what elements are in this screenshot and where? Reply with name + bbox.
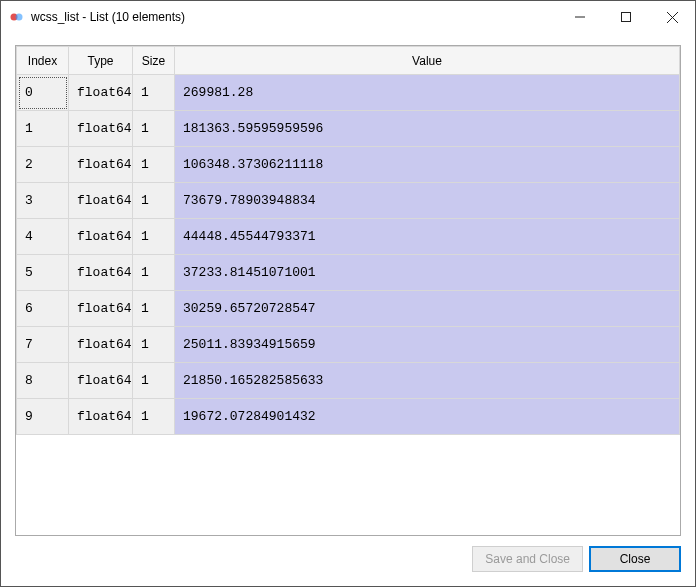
cell-type[interactable]: float64 (69, 399, 133, 435)
svg-rect-3 (622, 13, 631, 22)
cell-index[interactable]: 5 (17, 255, 69, 291)
cell-value[interactable]: 30259.65720728547 (175, 291, 680, 327)
cell-size[interactable]: 1 (133, 183, 175, 219)
app-icon (9, 9, 25, 25)
table-row[interactable]: 6float64130259.65720728547 (17, 291, 680, 327)
titlebar[interactable]: wcss_list - List (10 elements) (1, 1, 695, 33)
cell-size[interactable]: 1 (133, 363, 175, 399)
cell-value[interactable]: 19672.07284901432 (175, 399, 680, 435)
minimize-icon (575, 12, 585, 22)
table-row[interactable]: 4float64144448.45544793371 (17, 219, 680, 255)
cell-size[interactable]: 1 (133, 219, 175, 255)
cell-index[interactable]: 0 (17, 75, 69, 111)
cell-index[interactable]: 9 (17, 399, 69, 435)
cell-type[interactable]: float64 (69, 363, 133, 399)
cell-index[interactable]: 2 (17, 147, 69, 183)
cell-type[interactable]: float64 (69, 111, 133, 147)
table-row[interactable]: 8float64121850.165282585633 (17, 363, 680, 399)
cell-value[interactable]: 21850.165282585633 (175, 363, 680, 399)
maximize-button[interactable] (603, 1, 649, 33)
cell-size[interactable]: 1 (133, 147, 175, 183)
cell-index[interactable]: 7 (17, 327, 69, 363)
close-icon (667, 12, 678, 23)
cell-index[interactable]: 4 (17, 219, 69, 255)
window-frame: wcss_list - List (10 elements) Index (0, 0, 696, 587)
cell-size[interactable]: 1 (133, 291, 175, 327)
cell-index[interactable]: 8 (17, 363, 69, 399)
cell-size[interactable]: 1 (133, 255, 175, 291)
close-button[interactable]: Close (589, 546, 681, 572)
cell-type[interactable]: float64 (69, 147, 133, 183)
cell-type[interactable]: float64 (69, 291, 133, 327)
column-header-type[interactable]: Type (69, 47, 133, 75)
table-row[interactable]: 3float64173679.78903948834 (17, 183, 680, 219)
cell-value[interactable]: 73679.78903948834 (175, 183, 680, 219)
close-window-button[interactable] (649, 1, 695, 33)
table-row[interactable]: 7float64125011.83934915659 (17, 327, 680, 363)
column-header-index[interactable]: Index (17, 47, 69, 75)
table-row[interactable]: 5float64137233.81451071001 (17, 255, 680, 291)
cell-size[interactable]: 1 (133, 399, 175, 435)
cell-type[interactable]: float64 (69, 327, 133, 363)
minimize-button[interactable] (557, 1, 603, 33)
table-row[interactable]: 0float641269981.28 (17, 75, 680, 111)
cell-value[interactable]: 37233.81451071001 (175, 255, 680, 291)
window-title: wcss_list - List (10 elements) (31, 10, 557, 24)
svg-point-1 (16, 14, 23, 21)
column-header-size[interactable]: Size (133, 47, 175, 75)
cell-value[interactable]: 25011.83934915659 (175, 327, 680, 363)
window-controls (557, 1, 695, 33)
header-row: Index Type Size Value (17, 47, 680, 75)
cell-value[interactable]: 44448.45544793371 (175, 219, 680, 255)
table-row[interactable]: 1float641181363.59595959596 (17, 111, 680, 147)
column-header-value[interactable]: Value (175, 47, 680, 75)
cell-type[interactable]: float64 (69, 255, 133, 291)
cell-index[interactable]: 1 (17, 111, 69, 147)
cell-value[interactable]: 181363.59595959596 (175, 111, 680, 147)
cell-value[interactable]: 106348.37306211118 (175, 147, 680, 183)
cell-value[interactable]: 269981.28 (175, 75, 680, 111)
footer: Save and Close Close (1, 542, 695, 586)
cell-index[interactable]: 3 (17, 183, 69, 219)
save-and-close-button: Save and Close (472, 546, 583, 572)
table-row[interactable]: 9float64119672.07284901432 (17, 399, 680, 435)
maximize-icon (621, 12, 631, 22)
table-row[interactable]: 2float641106348.37306211118 (17, 147, 680, 183)
data-grid[interactable]: Index Type Size Value 0float641269981.28… (15, 45, 681, 536)
cell-type[interactable]: float64 (69, 183, 133, 219)
cell-type[interactable]: float64 (69, 219, 133, 255)
cell-size[interactable]: 1 (133, 327, 175, 363)
cell-type[interactable]: float64 (69, 75, 133, 111)
content-area: Index Type Size Value 0float641269981.28… (1, 33, 695, 542)
cell-index[interactable]: 6 (17, 291, 69, 327)
cell-size[interactable]: 1 (133, 75, 175, 111)
cell-size[interactable]: 1 (133, 111, 175, 147)
